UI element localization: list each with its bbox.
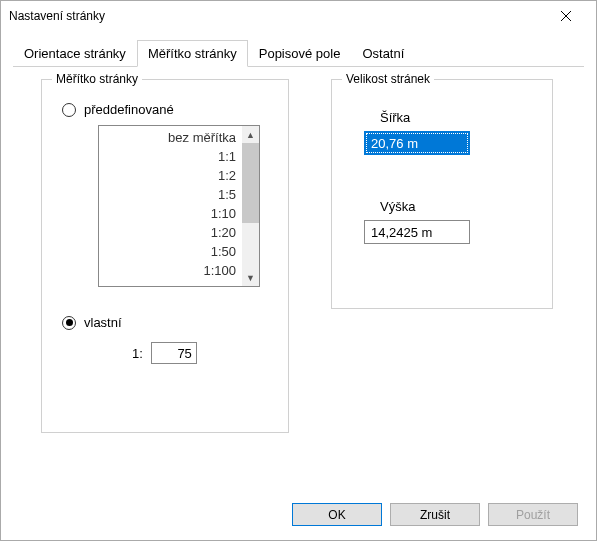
list-item[interactable]: 1:1 <box>99 147 236 166</box>
dialog-window: Nastavení stránky Orientace stránky Měří… <box>0 0 597 541</box>
radio-predefined-label: předdefinované <box>84 102 174 117</box>
apply-button[interactable]: Použít <box>488 503 578 526</box>
radio-predefined-row[interactable]: předdefinované <box>62 102 274 117</box>
width-input[interactable] <box>364 131 470 155</box>
close-icon <box>561 11 571 21</box>
fieldset-scale: Měřítko stránky předdefinované bez měřít… <box>41 79 289 433</box>
height-input[interactable] <box>364 220 470 244</box>
tab-bar: Orientace stránky Měřítko stránky Popiso… <box>13 39 584 66</box>
window-title: Nastavení stránky <box>9 9 543 23</box>
tab-title-block[interactable]: Popisové pole <box>248 40 352 67</box>
width-label: Šířka <box>380 110 538 125</box>
radio-custom-row[interactable]: vlastní <box>62 315 274 330</box>
list-item[interactable]: 1:100 <box>99 261 236 280</box>
scrollbar[interactable]: ▲ ▼ <box>242 126 259 286</box>
custom-scale-row: 1: <box>132 342 274 364</box>
tab-orientation[interactable]: Orientace stránky <box>13 40 137 67</box>
tab-other[interactable]: Ostatní <box>351 40 415 67</box>
radio-custom[interactable] <box>62 316 76 330</box>
list-item[interactable]: 1:50 <box>99 242 236 261</box>
list-item[interactable]: 1:5 <box>99 185 236 204</box>
list-item[interactable]: 1:10 <box>99 204 236 223</box>
radio-custom-label: vlastní <box>84 315 122 330</box>
radio-predefined[interactable] <box>62 103 76 117</box>
legend-scale: Měřítko stránky <box>52 72 142 86</box>
scale-listbox[interactable]: bez měřítka 1:1 1:2 1:5 1:10 1:20 1:50 1… <box>98 125 260 287</box>
close-button[interactable] <box>543 2 588 30</box>
fieldset-size: Velikost stránek Šířka Výška <box>331 79 553 309</box>
tab-panel: Měřítko stránky předdefinované bez měřít… <box>13 66 584 474</box>
ok-button[interactable]: OK <box>292 503 382 526</box>
custom-scale-prefix: 1: <box>132 346 143 361</box>
cancel-button[interactable]: Zrušit <box>390 503 480 526</box>
custom-scale-input[interactable] <box>151 342 197 364</box>
scroll-up-icon[interactable]: ▲ <box>242 126 259 143</box>
tab-scale[interactable]: Měřítko stránky <box>137 40 248 67</box>
dialog-buttons: OK Zrušit Použít <box>292 503 578 526</box>
list-item[interactable]: bez měřítka <box>99 128 236 147</box>
list-item[interactable]: 1:20 <box>99 223 236 242</box>
scroll-down-icon[interactable]: ▼ <box>242 269 259 286</box>
list-item[interactable]: 1:2 <box>99 166 236 185</box>
legend-size: Velikost stránek <box>342 72 434 86</box>
scale-list-items[interactable]: bez měřítka 1:1 1:2 1:5 1:10 1:20 1:50 1… <box>99 126 242 286</box>
scroll-thumb[interactable] <box>242 143 259 223</box>
scroll-track[interactable] <box>242 223 259 269</box>
titlebar: Nastavení stránky <box>1 1 596 31</box>
height-label: Výška <box>380 199 538 214</box>
